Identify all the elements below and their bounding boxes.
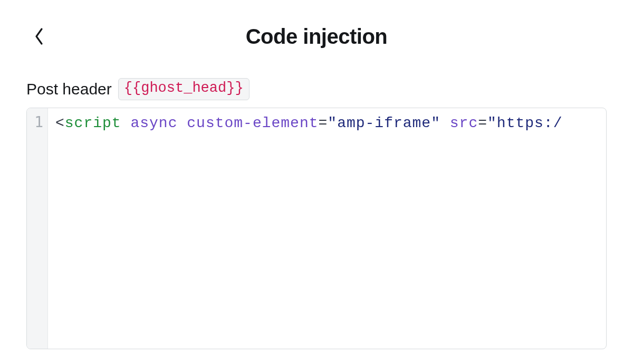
tag-name: script xyxy=(65,115,121,131)
equals-1: = xyxy=(319,115,328,131)
equals-2: = xyxy=(478,115,487,131)
space-2 xyxy=(177,115,187,131)
val-custom: "amp-iframe" xyxy=(328,115,440,131)
editor-body: 1 <script async custom-element="amp-ifra… xyxy=(27,108,606,349)
code-scroll-area[interactable]: <script async custom-element="amp-iframe… xyxy=(48,108,606,349)
code-editor[interactable]: 1 <script async custom-element="amp-ifra… xyxy=(26,108,607,349)
section-label: Post header xyxy=(26,80,112,98)
line-number: 1 xyxy=(27,113,43,131)
back-button[interactable] xyxy=(26,23,53,50)
header-row: Code injection xyxy=(0,0,633,53)
val-src: "https:/ xyxy=(487,115,562,131)
editor-gutter: 1 xyxy=(27,108,48,349)
section-label-row: Post header {{ghost_head}} xyxy=(26,78,607,100)
attr-custom: custom-element xyxy=(187,115,318,131)
ghost-head-badge: {{ghost_head}} xyxy=(118,78,250,100)
space-1 xyxy=(121,115,131,131)
punct-lt: < xyxy=(55,115,65,131)
page-title: Code injection xyxy=(0,25,633,49)
attr-src: src xyxy=(450,115,478,131)
post-header-section: Post header {{ghost_head}} 1 <script asy… xyxy=(0,53,633,349)
space-3 xyxy=(440,115,450,131)
attr-async: async xyxy=(130,115,177,131)
chevron-left-icon xyxy=(34,27,45,45)
code-line-1[interactable]: <script async custom-element="amp-iframe… xyxy=(55,113,606,133)
